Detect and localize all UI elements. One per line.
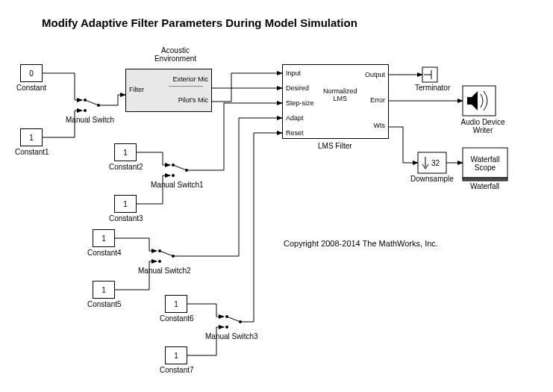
constant6-block[interactable]: 1 bbox=[165, 295, 187, 313]
downsample-label: Downsample bbox=[410, 175, 454, 183]
svg-rect-20 bbox=[418, 152, 446, 173]
terminator-label: Terminator bbox=[415, 84, 450, 92]
audio-device-writer-label: Audio DeviceWriter bbox=[457, 118, 509, 134]
svg-line-11 bbox=[160, 251, 173, 256]
constant-value: 1 bbox=[123, 149, 128, 157]
manual-switch3-icon[interactable] bbox=[225, 315, 242, 329]
constant-value: 0 bbox=[29, 69, 34, 78]
constant5-block[interactable]: 1 bbox=[93, 281, 115, 299]
constant-block[interactable]: 0 bbox=[20, 64, 43, 82]
constant-value: 1 bbox=[101, 234, 106, 243]
svg-point-6 bbox=[185, 169, 188, 172]
constant-label: Constant bbox=[16, 84, 46, 92]
acoustic-filter-port: Filter bbox=[129, 86, 144, 93]
constant-value: 1 bbox=[29, 134, 34, 142]
svg-point-5 bbox=[172, 174, 175, 177]
constant6-label: Constant6 bbox=[160, 314, 194, 323]
acoustic-pilot-port: Pilot's Mic bbox=[178, 96, 208, 104]
copyright-text: Copyright 2008-2014 The MathWorks, Inc. bbox=[284, 239, 438, 248]
svg-point-0 bbox=[84, 99, 87, 102]
constant1-block[interactable]: 1 bbox=[20, 128, 43, 146]
svg-rect-19 bbox=[463, 86, 496, 116]
svg-point-12 bbox=[225, 315, 228, 318]
acoustic-exterior-port: Exterior Mic bbox=[172, 75, 208, 83]
constant2-block[interactable]: 1 bbox=[114, 143, 137, 161]
lms-filter-label: LMS Filter bbox=[318, 142, 352, 150]
manual-switch-icon[interactable] bbox=[84, 99, 100, 112]
svg-line-3 bbox=[85, 100, 99, 105]
constant-value: 1 bbox=[174, 352, 178, 360]
manual-switch-label: Manual Switch bbox=[66, 116, 114, 124]
constant3-label: Constant3 bbox=[109, 214, 143, 223]
constant-value: 1 bbox=[123, 200, 128, 208]
waterfall-label: Waterfall bbox=[470, 182, 499, 190]
svg-point-14 bbox=[239, 320, 242, 323]
lms-input-port: Input bbox=[286, 69, 301, 77]
svg-point-10 bbox=[172, 255, 175, 258]
page-title: Modify Adaptive Filter Parameters During… bbox=[42, 16, 357, 29]
svg-point-9 bbox=[158, 260, 161, 263]
waterfall-block-text: WaterfallScope bbox=[469, 155, 502, 172]
svg-point-2 bbox=[97, 104, 100, 107]
constant4-label: Constant4 bbox=[87, 249, 122, 257]
svg-rect-16 bbox=[422, 67, 437, 82]
constant2-label: Constant2 bbox=[109, 163, 143, 171]
svg-point-8 bbox=[158, 249, 161, 252]
constant-value: 1 bbox=[174, 300, 178, 308]
manual-switch3-label: Manual Switch3 bbox=[205, 332, 258, 340]
manual-switch2-label: Manual Switch2 bbox=[138, 267, 191, 275]
svg-point-13 bbox=[225, 326, 228, 329]
lms-error-port: Error bbox=[370, 96, 385, 104]
acoustic-title: AcousticEnvironment bbox=[149, 46, 201, 63]
constant1-label: Constant1 bbox=[15, 148, 49, 156]
svg-line-15 bbox=[227, 317, 240, 322]
lms-reset-port: Reset bbox=[286, 129, 304, 137]
acoustic-environment-block[interactable]: Filter Exterior Mic Pilot's Mic bbox=[125, 69, 212, 112]
lms-adapt-port: Adapt bbox=[286, 114, 304, 122]
constant5-label: Constant5 bbox=[87, 300, 122, 308]
manual-switch2-icon[interactable] bbox=[158, 249, 175, 263]
svg-point-4 bbox=[172, 164, 175, 167]
svg-rect-24 bbox=[463, 178, 507, 181]
manual-switch1-label: Manual Switch1 bbox=[151, 181, 204, 189]
lms-output-port: Output bbox=[365, 71, 385, 78]
svg-line-7 bbox=[173, 165, 187, 170]
constant7-label: Constant7 bbox=[160, 366, 194, 374]
svg-text:32: 32 bbox=[431, 159, 440, 167]
lms-desired-port: Desired bbox=[286, 84, 309, 92]
constant7-block[interactable]: 1 bbox=[165, 346, 187, 364]
constant3-block[interactable]: 1 bbox=[114, 195, 137, 213]
svg-point-1 bbox=[84, 109, 87, 112]
lms-wts-port: Wts bbox=[374, 122, 386, 129]
manual-switch1-icon[interactable] bbox=[172, 164, 188, 177]
diagram-canvas: 32 bbox=[0, 0, 553, 392]
constant-value: 1 bbox=[101, 286, 106, 294]
lms-filter-block[interactable]: Input Desired Step-size Adapt Reset Outp… bbox=[282, 64, 389, 139]
lms-stepsize-port: Step-size bbox=[286, 99, 314, 107]
constant4-block[interactable]: 1 bbox=[93, 229, 115, 247]
lms-center-text: NormalizedLMS bbox=[323, 87, 357, 102]
